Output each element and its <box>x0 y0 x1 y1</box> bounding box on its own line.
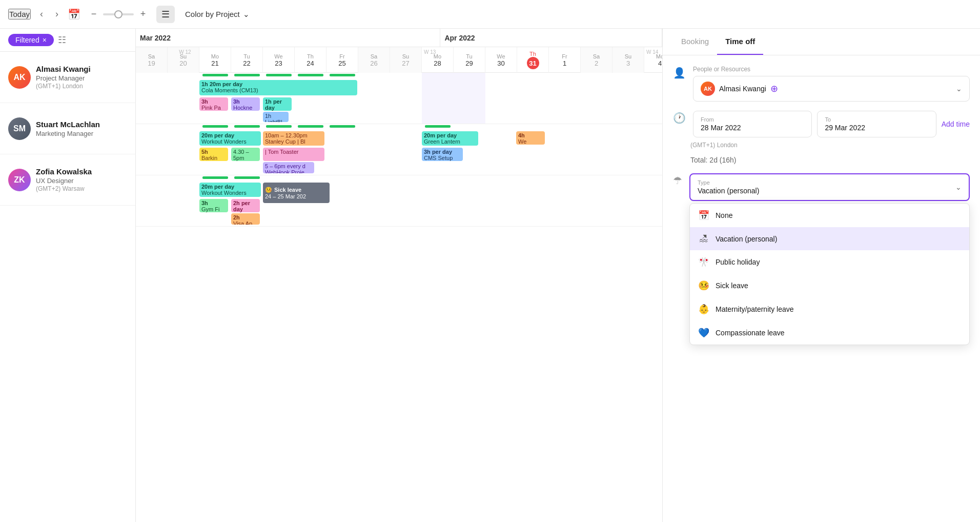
person-row-zofia: ZK Zofia Kowalska UX Designer (GMT+2) Wa… <box>0 154 135 206</box>
dropdown-label-sick-leave: Sick leave <box>716 282 748 290</box>
person-role-stuart: Marketing Manager <box>36 130 127 137</box>
event-cola-moments[interactable]: 1h 20m per day Cola Moments (CM13) <box>199 80 357 95</box>
toolbar: Today ‹ › 📅 − + ☰ Color by Project ⌄ <box>0 0 980 29</box>
dropdown-item-maternity[interactable]: 👶 Maternity/paternity leave <box>690 297 969 321</box>
event-stanley-cup[interactable]: 10am – 12.30pm Stanley Cup | Bl <box>263 131 324 146</box>
day-sa19: Sa 19 <box>136 47 168 73</box>
event-hockne[interactable]: 3h Hockne <box>231 97 260 111</box>
event-workout-wonders-stuart[interactable]: 20m per day Workout Wonders (WW <box>199 131 261 146</box>
clock-icon: 🕐 <box>673 112 686 124</box>
today-button[interactable]: Today <box>8 9 31 19</box>
from-field[interactable]: From 28 Mar 2022 <box>693 111 812 137</box>
event-workout-zofia[interactable]: 20m per day Workout Wonders (WW <box>199 183 261 197</box>
day-we30: We 30 <box>485 47 517 73</box>
event-tom-toaster[interactable]: | Tom Toaster <box>263 148 324 161</box>
person-info-stuart: Stuart McLachlan Marketing Manager <box>36 120 127 137</box>
calendar-row-almasi: 1h 20m per day Cola Moments (CM13) 3h Pi… <box>136 73 662 124</box>
event-barkin[interactable]: 5h Barkin <box>199 148 228 161</box>
filter-label: Filtered <box>15 36 39 44</box>
people-field[interactable]: AK Almasi Kwangi ⊕ ⌄ <box>693 76 970 102</box>
avatar-almasi: AK <box>8 66 31 89</box>
zoom-control: − + <box>87 7 150 22</box>
dropdown-item-compassionate[interactable]: 💙 Compassionate leave <box>690 321 969 345</box>
umbrella-icon: ☂ <box>673 174 682 187</box>
event-massive-flower[interactable]: 2h per day Massive Flower <box>231 199 260 212</box>
day-su27: Su 27 <box>390 47 422 73</box>
none-icon: 📅 <box>698 210 709 221</box>
dropdown-label-maternity: Maternity/paternity leave <box>716 305 794 313</box>
dropdown-item-vacation[interactable]: 🏖 Vacation (personal) <box>690 227 969 250</box>
selected-person-name: Almasi Kwangi <box>719 85 766 93</box>
day-th24: Th 24 <box>295 47 326 73</box>
type-dropdown-selected[interactable]: Type Vacation (personal) ⌄ <box>689 173 970 201</box>
color-by-label: Color by Project <box>185 10 240 18</box>
type-dropdown-container: Type Vacation (personal) ⌄ 📅 None 🏖 <box>689 173 970 201</box>
event-pink-pa[interactable]: 3h Pink Pa <box>199 97 228 111</box>
tab-time-off[interactable]: Time off <box>717 29 763 55</box>
to-value: 29 Mar 2022 <box>825 124 928 132</box>
dropdown-label-none: None <box>716 211 732 219</box>
calendar-icon[interactable]: 📅 <box>68 8 80 21</box>
person-name-zofia: Zofia Kowalska <box>36 167 127 176</box>
people-inner: AK Almasi Kwangi ⊕ <box>701 82 778 96</box>
day-sa2: Sa 2 <box>581 47 612 73</box>
event-green-lantern[interactable]: 20m per day Green Lantern (GL58 <box>422 131 478 146</box>
event-visa-ap[interactable]: 2h Visa Ap <box>231 213 260 225</box>
vacation-icon: 🏖 <box>698 233 709 244</box>
zoom-in-button[interactable]: + <box>136 7 150 22</box>
people-field-container: People or Resources AK Almasi Kwangi ⊕ ⌄ <box>693 66 970 102</box>
month-apr: Apr 2022 <box>440 29 662 47</box>
zoom-out-button[interactable]: − <box>87 7 101 22</box>
calendar-row-zofia: 20m per day Workout Wonders (WW 🤒 Sick l… <box>136 175 662 227</box>
calendar-grid: 1h 20m per day Cola Moments (CM13) 3h Pi… <box>136 73 662 522</box>
type-label: Type <box>698 179 759 186</box>
type-field-labels: Type Vacation (personal) <box>698 179 759 195</box>
person-role-almasi: Project Manager <box>36 74 127 82</box>
compassionate-icon: 💙 <box>698 327 709 338</box>
type-selected-value: Vacation (personal) <box>698 187 759 195</box>
list-view-button[interactable]: ☰ <box>156 6 175 23</box>
filter-badge: Filtered × <box>8 34 54 46</box>
type-chevron-icon: ⌄ <box>955 183 962 191</box>
event-sick-leave[interactable]: 🤒 Sick leave 24 – 25 Mar 202 <box>263 183 330 203</box>
event-4h[interactable]: 4h We <box>516 131 545 145</box>
prev-button[interactable]: ‹ <box>37 7 46 22</box>
sick-leave-icon: 🤒 <box>698 280 709 291</box>
day-fr1: Fr 1 <box>549 47 581 73</box>
zoom-slider[interactable] <box>103 13 134 15</box>
timezone-text: (GMT+1) London <box>690 142 970 149</box>
main-layout: Filtered × ☷ AK Almasi Kwangi Project Ma… <box>0 29 980 522</box>
event-gym-fi[interactable]: 3h Gym Fi <box>199 199 228 212</box>
next-button[interactable]: › <box>52 7 62 22</box>
day-we23: We 23 <box>263 47 295 73</box>
day-su3: Su 3 <box>612 47 644 73</box>
calendar-area: Mar 2022 Apr 2022 Sa 19 Su 20 W 12 Mo 21 <box>136 29 662 522</box>
date-fields: From 28 Mar 2022 To 29 Mar 2022 Add time <box>693 111 970 137</box>
from-value: 28 Mar 2022 <box>701 124 804 132</box>
dropdown-item-public-holiday[interactable]: 🎌 Public holiday <box>690 250 969 274</box>
event-webhook[interactable]: 5 – 6pm every d WebHook Proje <box>263 162 314 173</box>
tab-booking[interactable]: Booking <box>673 29 717 55</box>
event-archive[interactable]: 4.30 – 5pm every day Archive (AX29) <box>231 148 260 161</box>
avatar-zofia: ZK <box>8 169 31 191</box>
person-name-almasi: Almasi Kwangi <box>36 65 127 73</box>
filter-icon[interactable]: ☷ <box>58 34 66 46</box>
person-row-stuart: SM Stuart McLachlan Marketing Manager <box>0 103 135 154</box>
filter-close-button[interactable]: × <box>43 36 47 44</box>
day-mo21: Mo 21 <box>199 47 231 73</box>
add-time-button[interactable]: Add time <box>942 120 970 128</box>
to-label: To <box>825 116 928 123</box>
color-by-button[interactable]: Color by Project ⌄ <box>185 10 250 19</box>
add-person-button[interactable]: ⊕ <box>770 83 778 94</box>
to-field[interactable]: To 29 Mar 2022 <box>817 111 936 137</box>
event-cms-setup[interactable]: 3h per day CMS Setup (CS15) | N <box>422 148 463 161</box>
days-header: Sa 19 Su 20 W 12 Mo 21 Tu 22 <box>136 47 662 73</box>
panel-type-row: ☂ Type Vacation (personal) ⌄ 📅 None <box>673 173 970 201</box>
person-tz-almasi: (GMT+1) London <box>36 83 127 90</box>
event-lightbl[interactable]: 1h LightBl <box>263 112 289 122</box>
dropdown-item-sick-leave[interactable]: 🤒 Sick leave <box>690 274 969 297</box>
month-row: Mar 2022 Apr 2022 <box>136 29 662 47</box>
event-the-chase[interactable]: 1h per day The Chase (TC71) | ITV S <box>263 97 292 111</box>
dropdown-item-none[interactable]: 📅 None <box>690 204 969 227</box>
day-tu22: Tu 22 <box>231 47 263 73</box>
